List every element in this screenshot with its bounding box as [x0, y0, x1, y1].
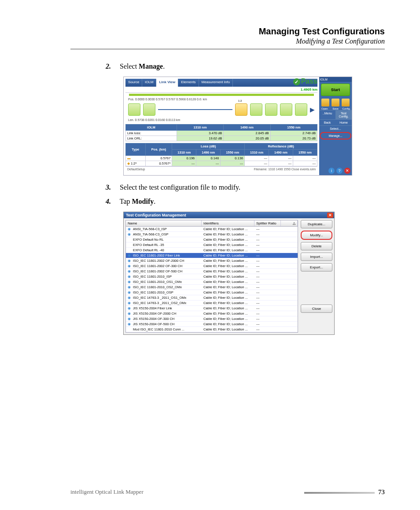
back-button[interactable]: Back — [319, 119, 335, 125]
iolm-summary-table: iOLM1310 nm1490 nm1550 nm Link loss:3.47… — [125, 124, 317, 141]
page-footer: intelligent Optical Link Mapper 73 — [70, 488, 385, 496]
pass-badge: ✓Pass — [293, 77, 317, 85]
modify-button[interactable]: Modify... — [301, 231, 332, 240]
page-number: 73 — [378, 488, 385, 495]
node-splitter[interactable]: 1:2 — [235, 103, 247, 116]
list-item[interactable]: ◉ISO_IEC 11801-2010_ISPCable ID; Fiber I… — [126, 274, 298, 279]
step-3: 3. Select the test configuration file to… — [106, 183, 385, 191]
step-4: 4. Tap Modify. — [106, 198, 385, 205]
app-name: iOLM — [319, 77, 352, 82]
step-2-number: 2. — [106, 62, 118, 70]
list-item[interactable]: ◉ISO_IEC 11801-2002 OF-500 CHCable ID; F… — [126, 269, 298, 274]
home-button[interactable]: Home — [335, 119, 352, 125]
list-item[interactable]: ◉JIS X5150-2004 OF-300 CHCable ID; Fiber… — [126, 316, 298, 322]
list-header: Name Identifiers Splitter Ratio △ — [126, 220, 298, 227]
position-row: Pos. 0.0000 0.0030 0.5767 0.5767 0.5968 … — [125, 97, 317, 102]
config-icon[interactable] — [342, 99, 350, 106]
list-item[interactable]: EXFO Default No RLCable ID; Fiber ID; Lo… — [126, 237, 298, 242]
list-item[interactable]: ◉JIS X5150-2004 OF-2000 CHCable ID; Fibe… — [126, 311, 298, 316]
list-item[interactable]: ◉JIS X5150-2004 OF-500 CHCable ID; Fiber… — [126, 322, 298, 327]
sidebar: iOLM Start OpenSaveConfig. ..MenuTest Co… — [319, 77, 352, 175]
open-icon[interactable] — [321, 99, 329, 106]
config-list[interactable]: Name Identifiers Splitter Ratio △ ◉ANSI_… — [125, 220, 298, 333]
table-row[interactable]: ▬0.57670.1960.1480.136--------- — [126, 156, 317, 161]
screenshot-link-view: SourceiOLMLink ViewElementsMeasurement I… — [123, 77, 352, 176]
list-item[interactable]: ◉ISO_IEC 11801-2002 Fiber LinkCable ID; … — [126, 253, 298, 258]
export-button[interactable]: Export... — [301, 263, 332, 272]
duplicate-button[interactable]: Duplicate... — [301, 220, 332, 228]
node-conn-2[interactable] — [250, 103, 262, 116]
node-conn-1[interactable] — [143, 103, 155, 116]
close-icon[interactable]: ✕ — [344, 168, 350, 174]
list-item[interactable]: ◉ISO_IEC 11801-2010_OS2_OMxCable ID; Fib… — [126, 285, 298, 290]
link-nodes: 1:2 ▶ — [125, 102, 317, 117]
list-item[interactable]: ◉ISO_IEC 14763-3 _2011_OS2_OMxCable ID; … — [126, 301, 298, 306]
tab-iolm[interactable]: iOLM — [142, 79, 156, 87]
step-4-number: 4. — [106, 198, 118, 205]
header-divider — [70, 49, 385, 49]
node-conn-5[interactable] — [295, 103, 307, 116]
screenshot-config-mgmt: Test Configuration Management ✕ Name Ide… — [123, 212, 335, 335]
delete-button[interactable]: Delete — [301, 242, 332, 250]
status-bar: DefaultSetup Filename: 1310 1490 1550 Cl… — [125, 166, 317, 172]
help-icon[interactable]: ? — [336, 168, 343, 174]
list-item[interactable]: EXFO Default RL -35Cable ID; Fiber ID; L… — [126, 242, 298, 248]
list-item[interactable]: ◉ISO_IEC 14763-3 _2011_OS1_OMxCable ID; … — [126, 295, 298, 301]
scroll-right-icon[interactable]: ▶ — [310, 106, 315, 113]
node-conn-3[interactable] — [265, 103, 277, 116]
events-table: Type Pos. (km) Loss (dB) Reflectance (dB… — [125, 143, 317, 166]
list-item[interactable]: ◉ISO_IEC 11801-2002 OF-2000 CHCable ID; … — [126, 258, 298, 264]
close-button[interactable]: Close — [301, 305, 332, 313]
step-3-number: 3. — [106, 183, 118, 191]
check-icon: ✓ — [293, 78, 300, 85]
link-ruler — [129, 94, 314, 96]
step-2-bold: Manage — [139, 62, 163, 70]
step-2: 2. Select Manage. — [106, 62, 385, 70]
list-item[interactable]: ◉JIS X5150-2004 Fiber LinkCable ID; Fibe… — [126, 306, 298, 311]
tab-bar: SourceiOLMLink ViewElementsMeasurement I… — [125, 79, 317, 87]
node-start[interactable] — [128, 103, 140, 116]
menu-tab[interactable]: ..Menu — [319, 110, 335, 119]
start-button[interactable]: Start — [321, 84, 350, 96]
length-row: Len. 0.5738 0.0201 0.0160 0.0113 km — [125, 117, 317, 122]
step-4-post: . — [154, 198, 155, 205]
manage-menu-item[interactable]: Manage... — [320, 132, 351, 139]
fiber-segment — [158, 109, 232, 110]
step-2-post: . — [163, 62, 165, 70]
save-icon[interactable] — [332, 99, 339, 106]
tab-link-view[interactable]: Link View — [156, 79, 178, 87]
tab-measurement-info[interactable]: Measurement Info — [199, 79, 233, 87]
table-row[interactable]: ◆ 1:2*0.5767*------------------ — [126, 161, 317, 166]
list-item[interactable]: EXFO Default RL -40Cable ID; Fiber ID; L… — [126, 248, 298, 253]
select-menu-item[interactable]: Select... — [319, 125, 352, 132]
list-item[interactable]: Mod ISO_IEC 11801-2010 Conn ...Cable ID;… — [126, 327, 298, 332]
list-item[interactable]: ◉ISO_IEC 11801-2002 OF-300 CHCable ID; F… — [126, 264, 298, 269]
distance-readout: 1.4905 km — [125, 87, 317, 93]
list-item[interactable]: ◉ISO_IEC 11801-2010_OS1_OMxCable ID; Fib… — [126, 279, 298, 285]
step-4-pre: Tap — [120, 198, 132, 205]
node-conn-4[interactable] — [280, 103, 292, 116]
dialog-titlebar: Test Configuration Management ✕ — [124, 212, 334, 218]
info-icon[interactable]: i — [328, 168, 335, 174]
step-4-bold: Modify — [132, 198, 154, 205]
tab-elements[interactable]: Elements — [178, 79, 199, 87]
page-header-subtitle: Modifying a Test Configuration — [70, 37, 385, 45]
step-3-text: Select the test configuration file to mo… — [120, 183, 240, 191]
dialog-buttons: Duplicate... Modify... Delete Import... … — [298, 220, 332, 333]
list-item[interactable]: ◉ANSI_TIA-568-C3_OSPCable ID; Fiber ID; … — [126, 232, 298, 237]
step-2-pre: Select — [120, 62, 139, 70]
testconfig-tab[interactable]: Test Config. — [335, 110, 352, 119]
page-header-title: Managing Test Configurations — [70, 26, 385, 37]
list-item[interactable]: ◉ISO_IEC 11801-2010_OSPCable ID; Fiber I… — [126, 290, 298, 295]
list-item[interactable]: ◉ANSI_TIA-568-C3_ISPCable ID; Fiber ID; … — [126, 227, 298, 232]
import-button[interactable]: Import... — [301, 253, 332, 261]
dialog-close-icon[interactable]: ✕ — [327, 213, 333, 218]
tab-source[interactable]: Source — [125, 79, 142, 87]
footer-product: intelligent Optical Link Mapper — [70, 488, 144, 495]
